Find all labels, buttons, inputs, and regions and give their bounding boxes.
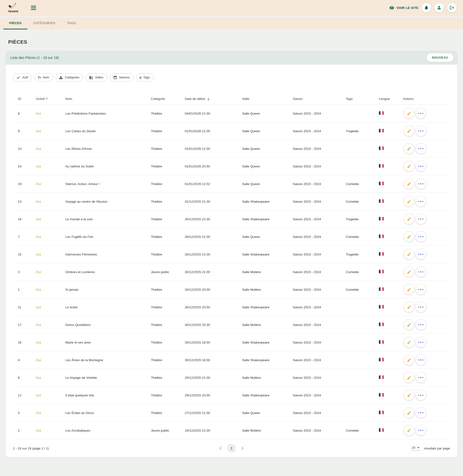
edit-button[interactable] — [404, 267, 414, 277]
more-actions-button[interactable] — [416, 408, 426, 418]
app-logo[interactable]: Vevent — [6, 3, 20, 13]
more-actions-button[interactable] — [416, 425, 426, 435]
column-header-active[interactable]: Activé ? — [36, 97, 65, 101]
edit-button[interactable] — [404, 425, 414, 435]
cell-date: 30/12/2025 18:00 — [185, 358, 242, 362]
more-actions-button[interactable] — [416, 284, 426, 295]
logout-button[interactable] — [447, 3, 457, 13]
current-page-button[interactable]: 1 — [227, 444, 236, 453]
table-row[interactable]: 5 Oui Les Éclats du Disco Théâtre 27/12/… — [13, 404, 450, 422]
more-actions-button[interactable] — [416, 196, 426, 207]
per-page-select[interactable]: 20 — [411, 446, 420, 451]
edit-button[interactable] — [404, 214, 414, 224]
filter-chip-nom[interactable]: Tт Nom — [35, 73, 53, 81]
more-actions-button[interactable] — [416, 355, 426, 365]
next-page-button[interactable] — [239, 445, 246, 451]
more-actions-button[interactable] — [416, 214, 426, 224]
edit-button[interactable] — [404, 337, 414, 347]
edit-button[interactable] — [404, 284, 414, 295]
menu-hamburger-icon[interactable] — [29, 4, 38, 11]
ellipsis-icon — [418, 377, 423, 378]
profile-button[interactable] — [434, 3, 444, 13]
filter-chip-salles[interactable]: Salles — [86, 73, 107, 81]
more-actions-button[interactable] — [416, 108, 426, 118]
cell-categorie: Théâtre — [151, 164, 185, 168]
filter-chip-saisons[interactable]: Saisons — [110, 73, 134, 81]
column-header-date[interactable]: Date de début — [185, 97, 242, 101]
cell-id: 14 — [13, 164, 36, 168]
table-row[interactable]: 13 Oui Voyage au centre de l'illusion Th… — [13, 193, 450, 210]
more-actions-button[interactable] — [416, 179, 426, 189]
cell-date: 30/12/2025 20:50 — [185, 305, 242, 309]
previous-page-button[interactable] — [217, 445, 224, 451]
edit-button[interactable] — [404, 126, 414, 136]
table-row[interactable]: 15 Oui Harmonies Féminines Théâtre 30/12… — [13, 246, 450, 263]
filter-chip-actif[interactable]: Actif — [13, 73, 32, 81]
edit-button[interactable] — [404, 179, 414, 189]
tab-tags[interactable]: TAGS — [61, 17, 81, 29]
cell-saison: Saison 2023 - 2024 — [293, 200, 346, 203]
column-header-categorie[interactable]: Catégorie — [151, 97, 185, 101]
table-row[interactable]: 7 Oui Les Fugitifs du Fort Théâtre 30/12… — [13, 228, 450, 246]
notifications-button[interactable] — [421, 3, 431, 13]
table-row[interactable]: 17 Oui Divins Quotidiens Théâtre 30/12/2… — [13, 316, 450, 334]
column-header-salle[interactable]: Salle — [242, 97, 293, 101]
view-site-link[interactable]: VOIR LE SITE — [389, 5, 418, 10]
edit-button[interactable] — [404, 144, 414, 154]
tab-categories[interactable]: CATÉGORIES — [27, 17, 61, 29]
edit-button[interactable] — [404, 249, 414, 259]
edit-button[interactable] — [404, 390, 414, 400]
edit-button[interactable] — [404, 232, 414, 242]
column-header-saison[interactable]: Saison — [293, 97, 346, 101]
edit-button[interactable] — [404, 302, 414, 312]
table-row[interactable]: 14 Oui Au rythme du Soleil Théâtre 01/01… — [13, 158, 450, 175]
table-row[interactable]: 3 Oui Ombres et Lumières Jeune public 30… — [13, 263, 450, 281]
edit-button[interactable] — [404, 372, 414, 383]
cell-date: 01/01/2026 21:00 — [185, 129, 242, 133]
table-row[interactable]: 19 Oui Silence, Action, Amour ! Théâtre … — [13, 175, 450, 193]
column-header-nom[interactable]: Nom — [65, 97, 151, 101]
column-header-tags[interactable]: Tags — [346, 97, 379, 101]
edit-button[interactable] — [404, 196, 414, 207]
table-row[interactable]: 2 Oui Les Acrobatiques Jeune public 19/1… — [13, 422, 450, 439]
column-header-id[interactable]: ID — [13, 97, 36, 101]
edit-button[interactable] — [404, 108, 414, 118]
more-actions-button[interactable] — [416, 337, 426, 347]
table-row[interactable]: 16 Oui Le monde à la voix Théâtre 30/12/… — [13, 210, 450, 228]
main-content: PIÈCES Liste des Pièces (1 - 19 sur 19) … — [0, 29, 463, 457]
more-actions-button[interactable] — [416, 144, 426, 154]
more-actions-button[interactable] — [416, 232, 426, 242]
new-button[interactable]: NOUVEAU — [427, 53, 453, 62]
table-row[interactable]: 1 Oui Si jamais Théâtre 30/12/2025 20:55… — [13, 281, 450, 298]
more-actions-button[interactable] — [416, 302, 426, 312]
table-row[interactable]: 4 Oui Les Âmes de la Montagne Théâtre 30… — [13, 351, 450, 369]
cell-actions — [403, 267, 450, 277]
edit-button[interactable] — [404, 355, 414, 365]
table-row[interactable]: 6 Oui Le Voyage de Violette Théâtre 29/1… — [13, 369, 450, 386]
filter-chip-categories[interactable]: Catégories — [56, 73, 83, 81]
more-actions-button[interactable] — [416, 390, 426, 400]
more-actions-button[interactable] — [416, 372, 426, 383]
ellipsis-icon — [418, 324, 423, 325]
more-actions-button[interactable] — [416, 267, 426, 277]
cell-id: 6 — [13, 376, 36, 379]
table-row[interactable]: 10 Oui Les Rêves d'Anne Théâtre 01/01/20… — [13, 140, 450, 158]
panel-header: Liste des Pièces (1 - 19 sur 19) NOUVEAU — [6, 51, 457, 65]
edit-button[interactable] — [404, 320, 414, 330]
table-row[interactable]: 12 Oui Il était quelques fois Théâtre 29… — [13, 386, 450, 404]
table-row[interactable]: 8 Oui Les Prédictions Fantaisistes Théât… — [13, 105, 450, 122]
table-row[interactable]: 18 Oui Marie et ses amis Théâtre 30/12/2… — [13, 334, 450, 351]
table-row[interactable]: 9 Oui Les Cartes du Destin Théâtre 01/01… — [13, 122, 450, 140]
edit-button[interactable] — [404, 161, 414, 171]
cell-active: Oui — [36, 358, 65, 362]
table-row[interactable]: 11 Oui Le ticket Théâtre 30/12/2025 20:5… — [13, 298, 450, 316]
french-flag-icon — [379, 323, 384, 326]
tab-pieces[interactable]: PIÈCES — [3, 17, 27, 29]
pagination: 1 — [217, 444, 246, 453]
filter-chip-tags[interactable]: # Tags — [136, 73, 154, 81]
more-actions-button[interactable] — [416, 249, 426, 259]
more-actions-button[interactable] — [416, 126, 426, 136]
edit-button[interactable] — [404, 408, 414, 418]
more-actions-button[interactable] — [416, 161, 426, 171]
more-actions-button[interactable] — [416, 320, 426, 330]
